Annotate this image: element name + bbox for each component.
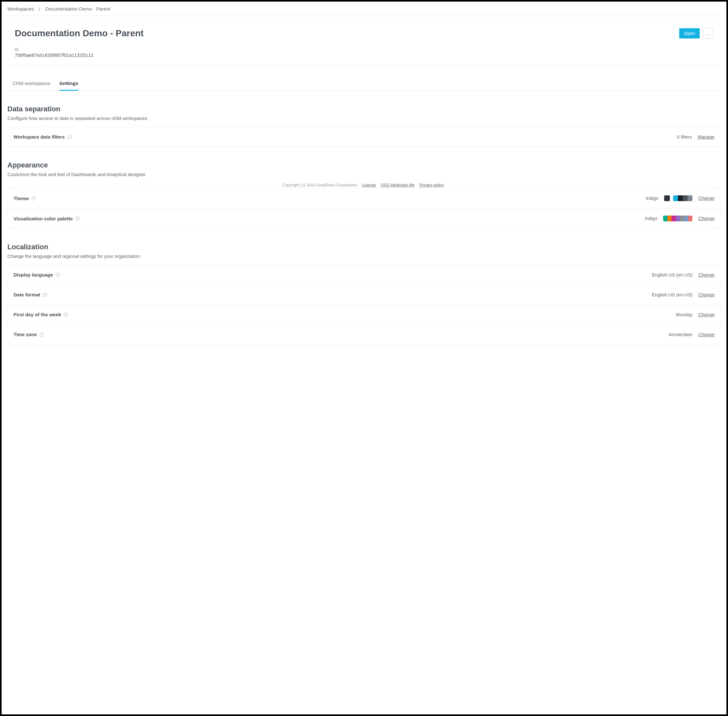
color-swatch <box>688 215 692 221</box>
dateformat-value: English US (en-US) <box>652 292 693 297</box>
help-icon[interactable]: ? <box>40 332 44 337</box>
label-text: Time zone <box>14 332 37 337</box>
section-title-appearance: Appearance <box>8 161 720 169</box>
row-right: Amsterdam Change <box>669 332 714 337</box>
breadcrumb: Workspaces Documentation Demo - Parent <box>8 4 720 16</box>
svg-text:?: ? <box>33 197 35 200</box>
row-label-workspace-data-filters: Workspace data filters ? <box>14 134 72 140</box>
row-palette: Visualization color palette ? Indigo Cha… <box>8 208 720 228</box>
row-theme: Theme ? Indigo Change <box>8 188 720 208</box>
color-swatch <box>663 215 667 221</box>
palette-value: Indigo <box>645 216 658 221</box>
change-language-link[interactable]: Change <box>698 272 714 278</box>
manage-filters-link[interactable]: Manage <box>698 134 714 140</box>
change-palette-link[interactable]: Change <box>698 216 714 221</box>
help-icon[interactable]: ? <box>67 135 72 139</box>
workspace-header-card: Documentation Demo - Parent ID 7bbf5ae87… <box>8 21 720 66</box>
row-workspace-data-filters: Workspace data filters ? 0 filters Manag… <box>8 127 720 147</box>
color-swatch <box>672 215 676 221</box>
section-title-data-separation: Data separation <box>8 105 720 113</box>
section-title-localization: Localization <box>8 243 720 251</box>
section-localization: Localization Change the language and reg… <box>8 243 720 344</box>
panel-data-separation: Workspace data filters ? 0 filters Manag… <box>8 127 720 147</box>
license-link[interactable]: License <box>362 183 376 187</box>
theme-value: Indigo <box>646 196 659 201</box>
row-right: English US (en-US) Change <box>652 292 714 297</box>
section-data-separation: Data separation Configure how access to … <box>8 105 720 147</box>
tab-child-workspaces[interactable]: Child workspaces <box>12 80 50 91</box>
chevron-right-icon <box>38 7 41 11</box>
help-icon[interactable]: ? <box>64 312 68 317</box>
color-swatch <box>676 215 680 221</box>
row-display-language: Display language ? English US (en-US) Ch… <box>8 265 720 285</box>
theme-swatch-bar <box>673 196 692 201</box>
theme-swatches <box>664 196 692 201</box>
label-text: First day of the week <box>14 312 61 317</box>
privacy-link[interactable]: Privacy policy <box>419 183 444 187</box>
section-desc-data-separation: Configure how access to data is separate… <box>8 116 720 121</box>
workspace-header-actions: Open ... <box>679 28 713 38</box>
row-label-display-language: Display language ? <box>14 272 60 278</box>
row-right: 0 filters Manage <box>677 134 714 140</box>
help-icon[interactable]: ? <box>32 196 36 200</box>
row-right: Indigo Change <box>645 215 714 221</box>
row-label-date-format: Date format ? <box>14 292 47 297</box>
panel-appearance: Theme ? Indigo Change Visualization colo… <box>8 188 720 229</box>
color-swatch <box>673 196 678 201</box>
row-right: English US (en-US) Change <box>652 272 714 278</box>
help-icon[interactable]: ? <box>56 273 60 277</box>
timezone-value: Amsterdam <box>669 332 692 337</box>
svg-text:?: ? <box>57 273 59 276</box>
svg-text:?: ? <box>44 293 46 296</box>
color-swatch <box>683 196 688 201</box>
row-label-first-day: First day of the week ? <box>14 312 68 317</box>
oss-link[interactable]: OSS Attribution file <box>381 183 414 187</box>
theme-single-swatch <box>664 196 670 201</box>
svg-text:?: ? <box>65 313 67 316</box>
change-theme-link[interactable]: Change <box>698 196 714 201</box>
filters-count: 0 filters <box>677 134 692 140</box>
page-title: Documentation Demo - Parent <box>15 28 143 38</box>
change-dateformat-link[interactable]: Change <box>698 292 714 297</box>
tab-settings[interactable]: Settings <box>59 80 78 91</box>
section-appearance: Appearance Customize the look and feel o… <box>8 161 720 229</box>
section-desc-localization: Change the language and regional setting… <box>8 254 720 259</box>
svg-text:?: ? <box>41 333 43 336</box>
row-right: Monday Change <box>676 312 714 317</box>
row-right: Indigo Change <box>646 196 714 201</box>
change-timezone-link[interactable]: Change <box>698 332 714 337</box>
open-button[interactable]: Open <box>679 28 700 38</box>
row-first-day: First day of the week ? Monday Change <box>8 305 720 324</box>
breadcrumb-current: Documentation Demo - Parent <box>45 6 110 12</box>
label-text: Theme <box>14 196 29 201</box>
color-swatch <box>680 215 684 221</box>
label-text: Display language <box>14 272 53 278</box>
copyright-text: Copyright (c) 2024 GoodData Corporation <box>282 183 357 187</box>
language-value: English US (en-US) <box>652 272 693 278</box>
svg-text:?: ? <box>69 135 71 139</box>
label-text: Visualization color palette <box>14 216 73 221</box>
workspace-id-value: 7bbf5ae87a314339957f01a1131f2c12 <box>15 53 143 58</box>
palette-swatch-bar <box>663 215 692 221</box>
legal-line: Copyright (c) 2024 GoodData Corporation … <box>8 183 720 187</box>
row-time-zone: Time zone ? Amsterdam Change <box>8 324 720 344</box>
firstday-value: Monday <box>676 312 693 317</box>
breadcrumb-root[interactable]: Workspaces <box>8 6 34 12</box>
workspace-id-block: ID 7bbf5ae87a314339957f01a1131f2c12 <box>15 47 143 58</box>
row-date-format: Date format ? English US (en-US) Change <box>8 285 720 305</box>
more-actions-button[interactable]: ... <box>703 28 713 38</box>
row-label-palette: Visualization color palette ? <box>14 216 80 221</box>
color-swatch <box>667 215 672 221</box>
row-label-time-zone: Time zone ? <box>14 332 44 337</box>
help-icon[interactable]: ? <box>75 216 80 221</box>
workspace-id-label: ID <box>15 47 143 52</box>
row-label-theme: Theme ? <box>14 196 36 201</box>
label-text: Workspace data filters <box>14 134 65 140</box>
tabs: Child workspaces Settings <box>8 80 720 91</box>
change-firstday-link[interactable]: Change <box>698 312 714 317</box>
svg-text:?: ? <box>77 217 79 220</box>
label-text: Date format <box>14 292 40 297</box>
help-icon[interactable]: ? <box>43 293 47 297</box>
workspace-header-info: Documentation Demo - Parent ID 7bbf5ae87… <box>15 28 143 58</box>
color-swatch <box>688 196 692 201</box>
